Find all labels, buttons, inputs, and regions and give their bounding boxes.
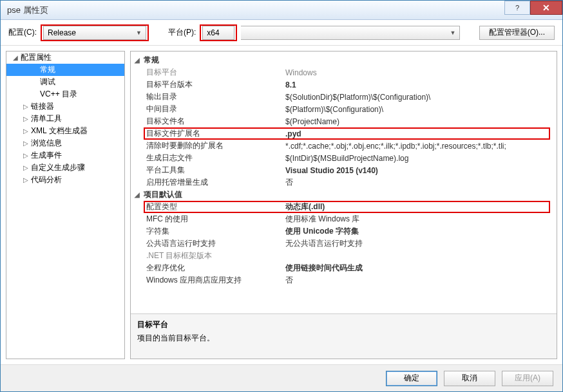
cancel-button[interactable]: 取消 — [444, 371, 495, 386]
grid-row[interactable]: 目标平台版本8.1 — [131, 79, 557, 91]
tree-item[interactable]: ▷链接器 — [6, 100, 124, 113]
tree-item-label: 代码分析 — [31, 174, 62, 185]
nav-tree[interactable]: ◢ 配置属性 常规调试VC++ 目录▷链接器▷清单工具▷XML 文档生成器▷浏览… — [6, 51, 125, 359]
grid-row[interactable]: 配置类型动态库(.dll) — [131, 201, 557, 213]
close-button[interactable]: ✕ — [530, 1, 562, 15]
grid-row[interactable]: 公共语言运行时支持无公共语言运行时支持 — [131, 238, 557, 250]
property-value[interactable]: 无公共语言运行时支持 — [285, 238, 557, 249]
property-value[interactable]: Windows — [285, 68, 557, 77]
description-panel: 目标平台 项目的当前目标平台。 — [131, 313, 557, 359]
tree-item[interactable]: 常规 — [6, 64, 124, 76]
property-value[interactable]: $(Platform)\$(Configuration)\ — [285, 105, 557, 114]
property-value[interactable]: 8.1 — [285, 80, 557, 89]
config-label: 配置(C): — [8, 27, 37, 38]
property-pages-window: pse 属性页 ? ✕ 配置(C): Release ▼ 平台(P): x64 … — [0, 0, 563, 392]
tree-item[interactable]: ▷代码分析 — [6, 174, 124, 186]
property-value[interactable]: $(ProjectName) — [285, 117, 557, 126]
section-title: 常规 — [144, 55, 159, 66]
property-label: 中间目录 — [131, 104, 285, 115]
property-label: 目标文件名 — [131, 116, 285, 127]
property-label: MFC 的使用 — [131, 214, 285, 225]
platform-highlight: x64 — [200, 24, 237, 41]
property-value[interactable]: $(SolutionDir)$(Platform)\$(Configuratio… — [285, 93, 557, 102]
chevron-down-icon: ▼ — [136, 30, 142, 36]
property-label: 配置类型 — [131, 201, 285, 212]
tree-item[interactable]: ▷清单工具 — [6, 113, 124, 125]
grid-section-header[interactable]: ◢项目默认值 — [131, 189, 557, 201]
property-label: 目标平台 — [131, 67, 285, 78]
grid-row[interactable]: 启用托管增量生成否 — [131, 176, 557, 189]
property-value[interactable]: 动态库(.dll) — [285, 201, 557, 212]
grid-row[interactable]: MFC 的使用使用标准 Windows 库 — [131, 213, 557, 225]
expander-icon[interactable]: ▷ — [23, 140, 31, 147]
platform-dropdown[interactable]: ▼ — [241, 26, 460, 40]
expander-icon[interactable]: ▷ — [23, 103, 31, 110]
grid-row[interactable]: 生成日志文件$(IntDir)$(MSBuildProjectName).log — [131, 152, 557, 164]
tree-item-label: 调试 — [40, 77, 55, 88]
grid-section-header[interactable]: ◢常规 — [131, 54, 557, 66]
property-value[interactable]: $(IntDir)$(MSBuildProjectName).log — [285, 154, 557, 163]
property-label: 目标平台版本 — [131, 79, 285, 90]
expander-icon[interactable]: ▷ — [23, 127, 31, 135]
ok-button[interactable]: 确定 — [386, 371, 437, 386]
property-value[interactable]: .pyd — [285, 129, 557, 138]
expander-icon[interactable]: ▷ — [23, 164, 31, 171]
expander-icon[interactable]: ▷ — [23, 152, 31, 159]
expander-icon[interactable]: ◢ — [135, 57, 144, 64]
tree-item-label: VC++ 目录 — [40, 89, 77, 100]
grid-row[interactable]: .NET 目标框架版本 — [131, 250, 557, 262]
desc-text: 项目的当前目标平台。 — [137, 333, 550, 344]
grid-row[interactable]: 平台工具集Visual Studio 2015 (v140) — [131, 164, 557, 176]
tree-item[interactable]: ▷生成事件 — [6, 149, 124, 162]
apply-button[interactable]: 应用(A) — [502, 371, 553, 386]
grid-row[interactable]: 目标平台Windows — [131, 66, 557, 79]
property-label: 公共语言运行时支持 — [131, 238, 285, 249]
tree-root[interactable]: ◢ 配置属性 — [6, 51, 124, 64]
grid-row[interactable]: 输出目录$(SolutionDir)$(Platform)\$(Configur… — [131, 91, 557, 103]
expander-icon[interactable]: ◢ — [135, 191, 144, 198]
property-value[interactable]: *.cdf;*.cache;*.obj;*.obj.enc;*.ilk;*.ip… — [285, 142, 557, 151]
tree-item-label: 链接器 — [31, 101, 54, 112]
config-manager-button[interactable]: 配置管理器(O)... — [479, 26, 555, 40]
tree-item-label: XML 文档生成器 — [31, 126, 88, 136]
grid-row[interactable]: Windows 应用商店应用支持否 — [131, 274, 557, 286]
grid-row[interactable]: 目标文件名$(ProjectName) — [131, 115, 557, 127]
property-label: 输出目录 — [131, 91, 285, 102]
tree-item[interactable]: VC++ 目录 — [6, 88, 124, 100]
grid-row[interactable]: 中间目录$(Platform)\$(Configuration)\ — [131, 103, 557, 115]
property-value[interactable]: 使用标准 Windows 库 — [285, 214, 557, 225]
help-button[interactable]: ? — [504, 1, 530, 15]
property-value[interactable]: 否 — [285, 275, 557, 286]
property-label: 启用托管增量生成 — [131, 177, 285, 188]
footer: 确定 取消 应用(A) — [1, 364, 562, 391]
property-value[interactable]: Visual Studio 2015 (v140) — [285, 166, 557, 175]
tree-root-label: 配置属性 — [21, 52, 52, 63]
grid-row[interactable]: 清除时要删除的扩展名*.cdf;*.cache;*.obj;*.obj.enc;… — [131, 140, 557, 152]
titlebar: pse 属性页 ? ✕ — [1, 1, 562, 20]
platform-label: 平台(P): — [168, 27, 196, 38]
tree-item-label: 常规 — [40, 64, 55, 75]
tree-item-label: 清单工具 — [31, 113, 62, 124]
tree-item-label: 自定义生成步骤 — [31, 162, 85, 173]
config-dropdown[interactable]: Release ▼ — [43, 26, 146, 40]
property-label: 字符集 — [131, 226, 285, 237]
property-grid[interactable]: ◢常规目标平台Windows目标平台版本8.1输出目录$(SolutionDir… — [131, 51, 557, 313]
tree-item[interactable]: ▷自定义生成步骤 — [6, 162, 124, 174]
platform-dropdown-value[interactable]: x64 — [202, 26, 234, 40]
tree-item[interactable]: ▷XML 文档生成器 — [6, 125, 124, 137]
property-label: .NET 目标框架版本 — [131, 250, 285, 261]
tree-item[interactable]: ▷浏览信息 — [6, 137, 124, 149]
grid-row[interactable]: 全程序优化使用链接时间代码生成 — [131, 262, 557, 274]
expander-icon[interactable]: ◢ — [13, 54, 21, 61]
property-value[interactable]: 使用链接时间代码生成 — [285, 263, 557, 274]
property-panel: ◢常规目标平台Windows目标平台版本8.1输出目录$(SolutionDir… — [130, 51, 557, 359]
property-value[interactable]: 否 — [285, 177, 557, 188]
property-label: 平台工具集 — [131, 165, 285, 176]
grid-row[interactable]: 字符集使用 Unicode 字符集 — [131, 225, 557, 238]
grid-row[interactable]: 目标文件扩展名.pyd — [131, 127, 557, 140]
expander-icon[interactable]: ▷ — [23, 115, 31, 122]
property-value[interactable]: 使用 Unicode 字符集 — [285, 226, 557, 237]
expander-icon[interactable]: ▷ — [23, 176, 31, 183]
config-value: Release — [48, 28, 76, 37]
tree-item[interactable]: 调试 — [6, 76, 124, 88]
